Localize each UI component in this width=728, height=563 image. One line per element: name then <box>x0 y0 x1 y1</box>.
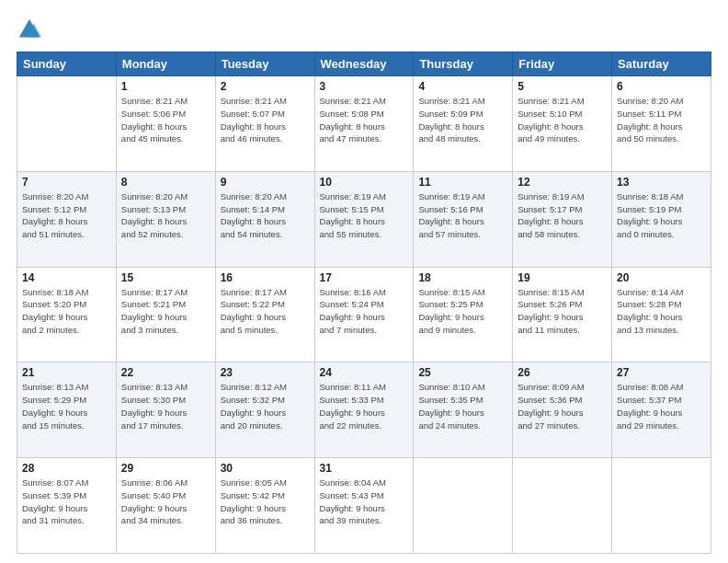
calendar-week-1: 7Sunrise: 8:20 AM Sunset: 5:12 PM Daylig… <box>17 171 711 267</box>
calendar-cell: 25Sunrise: 8:10 AM Sunset: 5:35 PM Dayli… <box>414 362 513 458</box>
calendar-week-4: 28Sunrise: 8:07 AM Sunset: 5:39 PM Dayli… <box>17 458 711 554</box>
calendar-cell: 1Sunrise: 8:21 AM Sunset: 5:06 PM Daylig… <box>116 76 215 172</box>
calendar-cell: 18Sunrise: 8:15 AM Sunset: 5:25 PM Dayli… <box>414 267 513 362</box>
page: SundayMondayTuesdayWednesdayThursdayFrid… <box>0 0 728 563</box>
day-info: Sunrise: 8:12 AM Sunset: 5:32 PM Dayligh… <box>221 381 310 431</box>
day-number: 26 <box>518 366 607 379</box>
day-number: 18 <box>418 271 507 284</box>
day-number: 7 <box>22 176 111 189</box>
day-info: Sunrise: 8:13 AM Sunset: 5:30 PM Dayligh… <box>121 381 210 431</box>
calendar-cell: 27Sunrise: 8:08 AM Sunset: 5:37 PM Dayli… <box>612 362 711 458</box>
calendar-cell: 16Sunrise: 8:17 AM Sunset: 5:22 PM Dayli… <box>215 267 314 362</box>
day-number: 27 <box>617 366 706 379</box>
calendar-cell: 28Sunrise: 8:07 AM Sunset: 5:39 PM Dayli… <box>17 458 117 554</box>
calendar-week-0: 1Sunrise: 8:21 AM Sunset: 5:06 PM Daylig… <box>17 76 711 172</box>
header <box>17 17 711 42</box>
day-info: Sunrise: 8:21 AM Sunset: 5:08 PM Dayligh… <box>320 95 409 145</box>
day-number: 5 <box>518 80 607 93</box>
day-number: 15 <box>121 271 210 284</box>
day-info: Sunrise: 8:04 AM Sunset: 5:43 PM Dayligh… <box>320 477 409 527</box>
day-header-friday: Friday <box>513 52 612 76</box>
calendar-cell: 7Sunrise: 8:20 AM Sunset: 5:12 PM Daylig… <box>17 171 117 267</box>
calendar-cell: 3Sunrise: 8:21 AM Sunset: 5:08 PM Daylig… <box>314 76 414 172</box>
day-info: Sunrise: 8:20 AM Sunset: 5:13 PM Dayligh… <box>121 190 210 241</box>
day-number: 29 <box>121 462 210 475</box>
day-number: 6 <box>617 80 706 93</box>
day-number: 4 <box>418 80 507 93</box>
day-number: 30 <box>221 462 310 475</box>
day-number: 17 <box>320 271 409 284</box>
day-header-saturday: Saturday <box>612 52 711 76</box>
day-info: Sunrise: 8:10 AM Sunset: 5:35 PM Dayligh… <box>418 381 507 431</box>
calendar-cell: 23Sunrise: 8:12 AM Sunset: 5:32 PM Dayli… <box>215 362 314 458</box>
day-info: Sunrise: 8:14 AM Sunset: 5:28 PM Dayligh… <box>617 286 706 337</box>
day-number: 10 <box>320 176 409 189</box>
day-header-sunday: Sunday <box>17 52 117 76</box>
day-info: Sunrise: 8:13 AM Sunset: 5:29 PM Dayligh… <box>22 381 111 431</box>
day-header-monday: Monday <box>116 52 215 76</box>
calendar-cell: 29Sunrise: 8:06 AM Sunset: 5:40 PM Dayli… <box>116 458 215 554</box>
day-info: Sunrise: 8:15 AM Sunset: 5:25 PM Dayligh… <box>418 286 507 337</box>
calendar-cell: 6Sunrise: 8:20 AM Sunset: 5:11 PM Daylig… <box>612 76 711 172</box>
day-info: Sunrise: 8:20 AM Sunset: 5:14 PM Dayligh… <box>221 190 310 241</box>
day-number: 16 <box>221 271 310 284</box>
day-number: 31 <box>320 462 409 475</box>
calendar-cell: 15Sunrise: 8:17 AM Sunset: 5:21 PM Dayli… <box>116 267 215 362</box>
calendar-cell: 30Sunrise: 8:05 AM Sunset: 5:42 PM Dayli… <box>215 458 314 554</box>
calendar-cell <box>612 458 711 554</box>
calendar-table: SundayMondayTuesdayWednesdayThursdayFrid… <box>17 52 711 554</box>
day-info: Sunrise: 8:11 AM Sunset: 5:33 PM Dayligh… <box>320 381 409 431</box>
day-number: 2 <box>221 80 310 93</box>
day-info: Sunrise: 8:08 AM Sunset: 5:37 PM Dayligh… <box>617 381 706 431</box>
day-info: Sunrise: 8:15 AM Sunset: 5:26 PM Dayligh… <box>518 286 607 337</box>
day-info: Sunrise: 8:18 AM Sunset: 5:19 PM Dayligh… <box>617 190 706 241</box>
day-number: 1 <box>121 80 210 93</box>
calendar-cell <box>414 458 513 554</box>
day-info: Sunrise: 8:05 AM Sunset: 5:42 PM Dayligh… <box>221 477 310 527</box>
day-number: 3 <box>320 80 409 93</box>
logo-icon <box>17 17 42 42</box>
day-info: Sunrise: 8:19 AM Sunset: 5:15 PM Dayligh… <box>320 190 409 241</box>
calendar-cell: 2Sunrise: 8:21 AM Sunset: 5:07 PM Daylig… <box>215 76 314 172</box>
day-info: Sunrise: 8:21 AM Sunset: 5:06 PM Dayligh… <box>121 95 210 145</box>
day-header-wednesday: Wednesday <box>314 52 414 76</box>
calendar-cell: 5Sunrise: 8:21 AM Sunset: 5:10 PM Daylig… <box>513 76 612 172</box>
day-number: 19 <box>518 271 607 284</box>
day-number: 9 <box>221 176 310 189</box>
day-info: Sunrise: 8:21 AM Sunset: 5:07 PM Dayligh… <box>221 95 310 145</box>
day-number: 24 <box>320 366 409 379</box>
day-number: 28 <box>22 462 111 475</box>
calendar-cell: 24Sunrise: 8:11 AM Sunset: 5:33 PM Dayli… <box>314 362 414 458</box>
calendar-cell: 31Sunrise: 8:04 AM Sunset: 5:43 PM Dayli… <box>314 458 414 554</box>
day-number: 11 <box>418 176 507 189</box>
day-info: Sunrise: 8:17 AM Sunset: 5:22 PM Dayligh… <box>221 286 310 337</box>
day-info: Sunrise: 8:20 AM Sunset: 5:11 PM Dayligh… <box>617 95 706 145</box>
day-number: 25 <box>418 366 507 379</box>
calendar-cell: 9Sunrise: 8:20 AM Sunset: 5:14 PM Daylig… <box>215 171 314 267</box>
day-info: Sunrise: 8:21 AM Sunset: 5:10 PM Dayligh… <box>518 95 607 145</box>
calendar-cell: 10Sunrise: 8:19 AM Sunset: 5:15 PM Dayli… <box>314 171 414 267</box>
day-number: 13 <box>617 176 706 189</box>
day-number: 12 <box>518 176 607 189</box>
day-info: Sunrise: 8:16 AM Sunset: 5:24 PM Dayligh… <box>320 286 409 337</box>
day-number: 20 <box>617 271 706 284</box>
day-info: Sunrise: 8:21 AM Sunset: 5:09 PM Dayligh… <box>418 95 507 145</box>
calendar-cell <box>513 458 612 554</box>
calendar-cell: 22Sunrise: 8:13 AM Sunset: 5:30 PM Dayli… <box>116 362 215 458</box>
calendar-cell: 8Sunrise: 8:20 AM Sunset: 5:13 PM Daylig… <box>116 171 215 267</box>
day-number: 21 <box>22 366 111 379</box>
calendar-cell: 13Sunrise: 8:18 AM Sunset: 5:19 PM Dayli… <box>612 171 711 267</box>
day-info: Sunrise: 8:09 AM Sunset: 5:36 PM Dayligh… <box>518 381 607 431</box>
day-info: Sunrise: 8:20 AM Sunset: 5:12 PM Dayligh… <box>22 190 111 241</box>
day-number: 22 <box>121 366 210 379</box>
calendar-cell: 20Sunrise: 8:14 AM Sunset: 5:28 PM Dayli… <box>612 267 711 362</box>
day-number: 8 <box>121 176 210 189</box>
day-header-thursday: Thursday <box>414 52 513 76</box>
day-header-tuesday: Tuesday <box>215 52 314 76</box>
calendar-cell <box>17 76 117 172</box>
calendar-week-3: 21Sunrise: 8:13 AM Sunset: 5:29 PM Dayli… <box>17 362 711 458</box>
calendar-cell: 17Sunrise: 8:16 AM Sunset: 5:24 PM Dayli… <box>314 267 414 362</box>
calendar-cell: 14Sunrise: 8:18 AM Sunset: 5:20 PM Dayli… <box>17 267 117 362</box>
calendar-header-row: SundayMondayTuesdayWednesdayThursdayFrid… <box>17 52 711 76</box>
day-info: Sunrise: 8:17 AM Sunset: 5:21 PM Dayligh… <box>121 286 210 337</box>
